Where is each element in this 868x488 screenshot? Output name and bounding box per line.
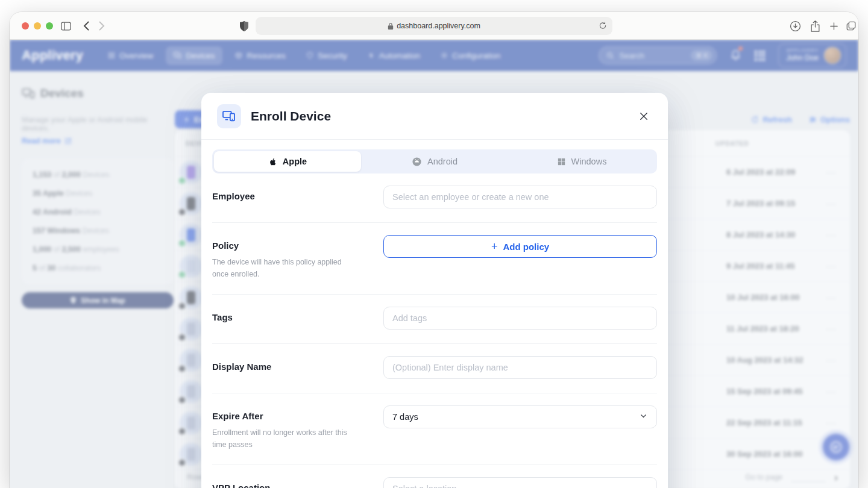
chevron-down-icon <box>639 411 648 422</box>
share-icon[interactable] <box>808 19 822 33</box>
close-window-button[interactable] <box>22 22 29 30</box>
browser-window: dashboard.applivery.com <box>10 12 858 488</box>
display-name-input[interactable] <box>383 356 657 379</box>
policy-label: Policy <box>212 240 383 251</box>
expire-after-value: 7 days <box>392 412 418 422</box>
close-modal-button[interactable] <box>635 108 652 125</box>
android-icon <box>412 157 422 167</box>
tab-apple[interactable]: Apple <box>214 151 361 172</box>
vpp-location-row: VPP Location App licenses will be associ… <box>212 465 657 488</box>
plus-icon: + <box>491 240 498 253</box>
modal-title: Enroll Device <box>251 109 331 124</box>
display-name-label: Display Name <box>212 361 383 372</box>
employee-row: Employee <box>212 174 657 222</box>
expire-after-description: Enrollment will no longer works after th… <box>212 427 360 451</box>
tab-android[interactable]: Android <box>361 151 508 172</box>
employee-input[interactable] <box>383 186 657 208</box>
windows-icon <box>557 157 566 166</box>
modal-body: Apple Android Windows Emplo <box>201 140 668 488</box>
devices-icon <box>222 110 236 122</box>
expire-after-label: Expire After <box>212 411 383 421</box>
enroll-device-modal: Enroll Device Apple Android <box>201 93 668 488</box>
new-tab-icon[interactable] <box>827 19 840 33</box>
modal-header: Enroll Device <box>201 93 668 140</box>
minimize-window-button[interactable] <box>34 22 41 30</box>
screenshot-stage: dashboard.applivery.com <box>0 0 868 488</box>
expire-after-row: Expire After Enrollment will no longer w… <box>212 393 657 465</box>
display-name-row: Display Name <box>212 343 657 393</box>
tab-overview-icon[interactable] <box>844 19 858 33</box>
add-policy-button[interactable]: + Add policy <box>383 235 657 258</box>
tags-input[interactable] <box>383 307 657 330</box>
apple-icon <box>268 157 277 167</box>
page-viewport: Applivery Overview Devices Resources <box>10 40 858 488</box>
tags-label: Tags <box>212 312 383 322</box>
tags-row: Tags <box>212 294 657 343</box>
url-text: dashboard.applivery.com <box>397 22 480 30</box>
close-icon <box>638 111 649 122</box>
vpp-location-input[interactable] <box>383 477 657 488</box>
zoom-window-button[interactable] <box>46 22 53 30</box>
back-icon[interactable] <box>80 19 93 33</box>
traffic-lights <box>22 22 53 30</box>
downloads-icon[interactable] <box>788 19 802 33</box>
vpp-location-label: VPP Location <box>212 483 383 488</box>
lock-icon <box>388 22 394 30</box>
platform-tabs: Apple Android Windows <box>212 149 657 174</box>
forward-icon[interactable] <box>95 19 108 33</box>
url-bar[interactable]: dashboard.applivery.com <box>256 17 612 35</box>
enroll-device-icon <box>217 104 241 128</box>
browser-chrome: dashboard.applivery.com <box>10 12 858 40</box>
policy-row: Policy The device will have this policy … <box>212 222 657 294</box>
tab-windows[interactable]: Windows <box>508 151 655 172</box>
sidebar-toggle-icon[interactable] <box>59 19 72 33</box>
employee-label: Employee <box>212 191 383 201</box>
reload-icon[interactable] <box>599 21 607 32</box>
policy-description: The device will have this policy applied… <box>212 256 360 280</box>
expire-after-select[interactable]: 7 days <box>383 405 657 428</box>
privacy-shield-icon[interactable] <box>237 19 251 33</box>
